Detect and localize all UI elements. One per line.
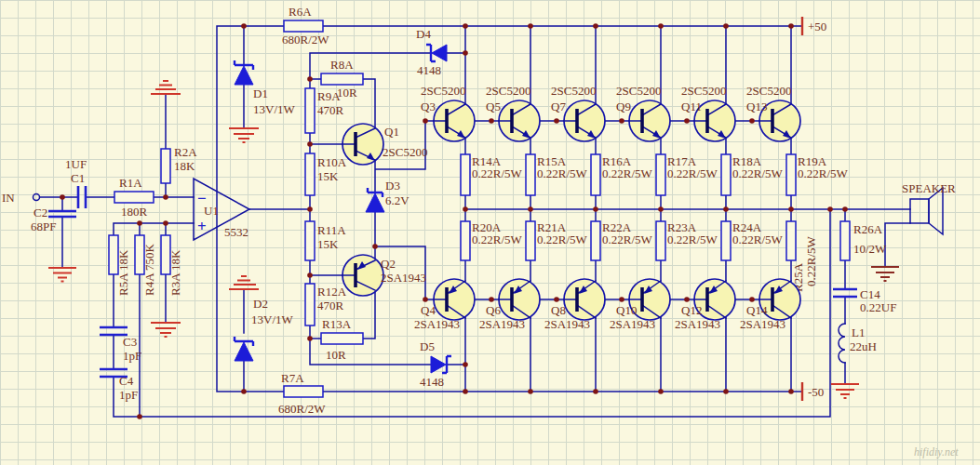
resistor-R6A-value: 680R/2W [282,33,329,46]
resistor-R19A [786,154,796,195]
transistor-Q11-name: Q11 [681,100,702,113]
schematic-canvas: IN 1UF C1 C2 68PF R1A 180R R2A 18K R5A 1… [0,0,980,465]
resistor-R10A [305,153,315,195]
resistor-R7A-name: R7A [281,371,304,385]
transistor-Q8-name: Q8 [551,303,566,317]
resistor-R13A [321,333,363,344]
capacitor-C2-value: 68PF [31,219,56,233]
transistor-Q7 [564,100,605,141]
resistor-R18A [721,154,731,195]
capacitor-C3 [100,327,128,335]
resistor-R9A [305,88,315,133]
resistor-R20A-value: 0.22R/5W [472,232,523,246]
resistor-R20A [461,221,470,260]
zener-D3 [366,188,384,212]
resistor-R6A-name: R6A [289,5,312,19]
resistor-R26A-value: 10/2W [853,242,887,256]
resistor-R15A-value: 0.22R/5W [537,166,588,180]
resistor-R18A-value: 0.22R/5W [732,166,784,180]
resistor-R3A-label: R3A 18K [168,249,182,296]
zener-D2 [235,337,253,361]
inductor-L1-name: L1 [852,326,865,339]
resistor-R1A [114,192,154,203]
input-port-label: IN [2,191,15,205]
diode-D4-name: D4 [416,27,431,41]
transistor-Q8-part: 2SA1943 [544,317,590,331]
resistor-R2A-name: R2A [174,145,197,159]
resistor-R26A [840,221,850,260]
resistor-R17A [656,154,665,195]
transistor-Q14-part: 2SA1943 [740,317,785,331]
resistor-R11A-value: 15K [317,237,339,251]
capacitor-C3-value: 1pF [123,349,141,363]
opamp-plus-input: + [197,218,207,235]
transistor-Q1-part: 2SC5200 [383,145,427,159]
transistor-Q7-part: 2SC5200 [551,84,596,98]
transistor-Q9 [629,100,670,141]
zener-D2-name: D2 [253,297,268,311]
zener-D3-name: D3 [385,179,400,193]
resistor-R2A [161,149,170,183]
transistor-Q6-part: 2SA1943 [479,317,525,331]
resistor-R12A-name: R12A [317,285,347,299]
capacitor-C14-value: 0.22UF [860,300,896,314]
resistor-R16A-value: 0.22R/5W [602,166,653,180]
transistor-Q4-name: Q4 [421,303,436,317]
ground-symbol-input [48,268,76,282]
resistor-R9A-value: 470R [317,103,344,117]
resistor-R12A [305,284,315,326]
capacitor-C14 [833,289,857,297]
ground-symbol-R3A [151,323,181,337]
resistor-R22A-value: 0.22R/5W [602,232,653,246]
resistor-R16A [591,154,600,195]
negative-rail-label: -50 [808,385,824,399]
base-bus-and-output-bus-wire [425,121,910,299]
resistor-R9A-name: R9A [317,89,341,103]
transistor-Q10-name: Q10 [616,303,637,317]
resistor-R10A-name: R10A [317,155,347,169]
resistor-R24A-value: 0.22R/5W [732,232,784,246]
zener-D2-value: 13V/1W [251,312,294,326]
transistor-Q5 [499,100,540,141]
capacitor-C1-name: C1 [71,171,85,185]
diode-D5-name: D5 [420,339,435,353]
transistor-Q8 [564,279,605,320]
resistor-R23A [656,221,665,260]
transistor-Q9-part: 2SC5200 [616,84,661,98]
resistor-R13A-value: 10R [326,348,346,362]
resistor-R1A-value: 180R [121,205,148,219]
diode-D4-value: 4148 [417,63,441,77]
transistor-Q1-name: Q1 [384,125,399,139]
transistor-Q6-name: Q6 [486,303,501,317]
resistor-R15A [526,154,535,195]
transistor-Q11-part: 2SC5200 [681,84,726,98]
ground-symbol-D1 [229,128,259,142]
transistor-Q1 [342,124,383,165]
positive-rail-label: +50 [808,20,826,33]
resistor-R7A-value: 680R/2W [278,402,326,416]
capacitor-C3-name: C3 [123,335,137,349]
transistor-Q9-name: Q9 [616,100,631,113]
transistor-Q4 [434,279,475,320]
resistor-R1A-name: R1A [119,176,142,190]
speaker-label: SPEAKER [902,181,956,195]
transistor-Q2 [342,255,383,296]
transistor-Q2-part: 2SA1943 [381,271,426,285]
resistor-R26A-name: R26A [853,222,883,236]
opamp-name: U1 [204,204,219,218]
ground-symbol-L1 [831,384,859,398]
transistor-Q3-part: 2SC5200 [421,84,465,98]
transistor-Q3 [434,100,475,141]
transistor-Q2-name: Q2 [381,257,396,271]
capacitor-C4-value: 1pF [119,388,138,402]
capacitor-C1 [78,186,86,208]
watermark: hifidiy.net [914,445,959,458]
transistor-Q12-name: Q12 [681,303,702,317]
ground-symbol-D2 [229,276,259,289]
resistor-R17A-value: 0.22R/5W [667,166,718,180]
resistor-R14A-value: 0.22R/5W [472,166,523,180]
zener-D1 [235,60,253,85]
capacitor-C14-name: C14 [860,287,880,301]
resistor-R25A [786,221,796,260]
transistor-Q13-part: 2SC5200 [746,84,791,98]
